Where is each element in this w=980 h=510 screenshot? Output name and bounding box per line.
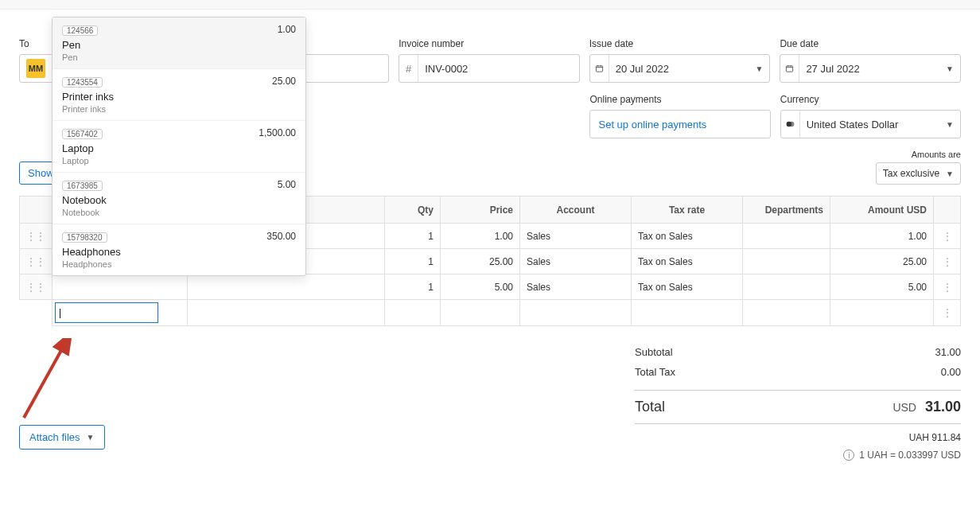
invoice-number-value: INV-0002 <box>425 63 468 75</box>
price-cell[interactable]: 25.00 <box>441 249 520 274</box>
qty-cell[interactable]: 1 <box>385 249 441 274</box>
amount-cell: 5.00 <box>830 274 934 300</box>
chevron-down-icon: ▼ <box>946 169 954 178</box>
total-currency: USD <box>892 401 916 414</box>
attach-files-button[interactable]: Attach files ▼ <box>19 425 105 450</box>
qty-cell[interactable] <box>385 300 441 326</box>
due-date-input[interactable]: 27 Jul 2022 ▼ <box>780 54 961 83</box>
item-name: Notebook <box>62 194 296 206</box>
item-cell[interactable] <box>52 274 188 300</box>
currency-value: United States Dollar <box>807 119 899 130</box>
drag-handle[interactable]: ⋮⋮ <box>20 249 52 274</box>
item-name: Laptop <box>62 142 296 154</box>
taxrate-cell[interactable] <box>632 300 743 326</box>
col-taxrate-header: Tax rate <box>632 197 743 224</box>
price-cell[interactable] <box>441 300 520 326</box>
item-code: 1673985 <box>62 181 103 191</box>
item-code: 15798320 <box>62 232 107 243</box>
totaltax-label: Total Tax <box>635 366 675 378</box>
exchange-rate-row: i 1 UAH = 0.033997 USD <box>635 450 961 461</box>
qty-cell[interactable]: 1 <box>385 224 441 249</box>
price-cell[interactable]: 1.00 <box>441 224 520 249</box>
svg-point-3 <box>789 122 795 127</box>
dropdown-item[interactable]: 1243554 25.00 Printer inks Printer inks <box>52 69 305 121</box>
account-cell[interactable]: Sales <box>520 224 632 249</box>
totaltax-value: 0.00 <box>941 366 961 378</box>
tax-mode-select[interactable]: Tax exclusive ▼ <box>876 162 961 185</box>
desc-cell[interactable] <box>188 274 385 300</box>
setup-online-payments-link[interactable]: Set up online payments <box>589 110 770 138</box>
item-desc: Notebook <box>62 208 296 217</box>
item-desc: Laptop <box>62 156 296 165</box>
online-payments-field: Online payments Set up online payments <box>589 94 770 138</box>
top-bar <box>0 0 980 10</box>
due-date-label: Due date <box>780 38 961 49</box>
exchange-rate-text: 1 UAH = 0.033997 USD <box>859 450 961 461</box>
dropdown-item[interactable]: 1673985 5.00 Notebook Notebook <box>52 173 305 224</box>
dropdown-item[interactable]: 124566 1.00 Pen Pen <box>52 18 305 69</box>
item-price: 25.00 <box>272 76 296 87</box>
item-desc: Pen <box>62 53 296 62</box>
invoice-number-field: Invoice number # INV-0002 <box>399 38 580 83</box>
taxrate-cell[interactable]: Tax on Sales <box>632 274 743 300</box>
price-cell[interactable]: 5.00 <box>441 274 520 300</box>
calendar-icon <box>780 55 799 82</box>
drag-handle[interactable]: ⋮⋮ <box>20 224 52 249</box>
drag-handle[interactable]: ⋮⋮ <box>20 274 52 300</box>
dept-cell[interactable] <box>743 224 830 249</box>
new-item-row: ⋮ <box>20 300 961 326</box>
show-button-label: Show <box>28 167 54 179</box>
currency-label: Currency <box>780 94 961 105</box>
taxrate-cell[interactable]: Tax on Sales <box>632 249 743 274</box>
col-qty-header: Qty <box>385 197 441 224</box>
online-payments-label: Online payments <box>589 94 770 105</box>
item-desc: Printer inks <box>62 104 296 114</box>
desc-cell[interactable] <box>188 300 385 326</box>
item-input-cell[interactable] <box>52 300 188 326</box>
row-menu-button[interactable]: ⋮ <box>934 249 961 274</box>
account-cell[interactable]: Sales <box>520 249 632 274</box>
account-cell[interactable] <box>520 300 632 326</box>
dropdown-item[interactable]: 1567402 1,500.00 Laptop Laptop <box>52 121 305 173</box>
col-menu-header <box>934 197 961 224</box>
due-date-value: 27 Jul 2022 <box>806 63 859 75</box>
amount-cell <box>830 300 934 326</box>
info-icon[interactable]: i <box>843 450 854 461</box>
chevron-down-icon: ▼ <box>946 120 954 129</box>
total-label: Total <box>635 399 665 415</box>
item-price: 350.00 <box>266 231 296 242</box>
svg-rect-1 <box>787 66 793 72</box>
item-code: 124566 <box>62 25 98 36</box>
row-menu-button[interactable]: ⋮ <box>934 300 961 326</box>
col-dept-header: Departments <box>743 197 830 224</box>
chevron-down-icon: ▼ <box>755 64 763 73</box>
totals-panel: Subtotal 31.00 Total Tax 0.00 Total USD … <box>635 326 961 461</box>
subtotal-value: 31.00 <box>935 346 961 358</box>
total-value: 31.00 <box>925 399 961 415</box>
invoice-number-input[interactable]: # INV-0002 <box>399 54 580 83</box>
contact-avatar: MM <box>26 59 45 78</box>
invoice-number-label: Invoice number <box>399 38 580 49</box>
dept-cell[interactable] <box>743 274 830 300</box>
qty-cell[interactable]: 1 <box>385 274 441 300</box>
account-cell[interactable]: Sales <box>520 274 632 300</box>
item-code: 1243554 <box>62 77 103 88</box>
issue-date-label: Issue date <box>589 38 771 49</box>
taxrate-cell[interactable]: Tax on Sales <box>632 224 743 249</box>
item-name: Headphones <box>62 246 296 258</box>
item-search-input[interactable] <box>55 302 158 323</box>
dept-cell[interactable] <box>743 249 830 274</box>
issue-date-field: Issue date 20 Jul 2022 ▼ <box>589 38 771 83</box>
row-menu-button[interactable]: ⋮ <box>934 274 961 300</box>
dept-cell[interactable] <box>743 300 830 326</box>
row-menu-button[interactable]: ⋮ <box>934 224 961 249</box>
issue-date-input[interactable]: 20 Jul 2022 ▼ <box>589 54 771 83</box>
item-dropdown: 124566 1.00 Pen Pen 1243554 25.00 Printe… <box>52 17 306 276</box>
currency-field: Currency United States Dollar ▼ <box>780 94 961 138</box>
hash-icon: # <box>399 55 418 82</box>
currency-select[interactable]: United States Dollar ▼ <box>780 110 961 138</box>
due-date-field: Due date 27 Jul 2022 ▼ <box>780 38 961 83</box>
dropdown-item[interactable]: 15798320 350.00 Headphones Headphones <box>52 224 305 275</box>
subtotal-label: Subtotal <box>635 346 673 358</box>
amount-cell: 1.00 <box>830 224 934 249</box>
